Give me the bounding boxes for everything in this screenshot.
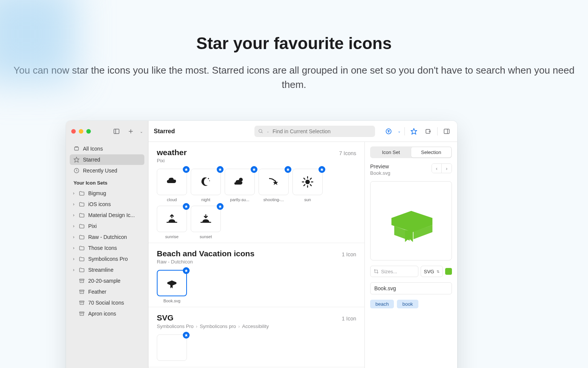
page-headline: Star your favourite icons <box>0 34 588 53</box>
sidebar-item-label: Material Design Ic... <box>88 212 141 218</box>
icon-card[interactable]: sunset <box>191 206 221 239</box>
preview-filename: Book.svg <box>370 170 390 176</box>
clock-icon <box>74 168 80 174</box>
svg-marker-6 <box>74 157 79 162</box>
sidebar-item-set[interactable]: Feather <box>70 286 144 297</box>
traffic-lights[interactable] <box>71 129 91 134</box>
breadcrumb-item[interactable]: Symbolicons pro <box>200 323 236 329</box>
export-button[interactable] <box>423 126 433 137</box>
svg-marker-33 <box>273 180 278 185</box>
sidebar-item-set[interactable]: iOS icons <box>70 199 144 209</box>
star-badge-icon[interactable] <box>183 267 190 274</box>
icon-label: night <box>191 197 221 202</box>
folder-icon <box>79 234 85 240</box>
star-badge-icon[interactable] <box>183 166 190 173</box>
sidebar-item-label: Recently Used <box>83 168 141 174</box>
icon-label: partly-su... <box>225 197 255 202</box>
search-input[interactable] <box>273 128 371 134</box>
star-badge-icon[interactable] <box>285 166 291 173</box>
chevron-down-icon[interactable]: ⌄ <box>398 129 401 133</box>
icon-card[interactable] <box>157 334 187 363</box>
svg-line-41 <box>310 185 311 186</box>
icon-card[interactable]: Book.svg <box>157 270 187 303</box>
svg-rect-0 <box>114 129 119 134</box>
toolbar-actions: ⌄ <box>383 126 452 137</box>
section-count: 7 Icons <box>339 150 356 156</box>
filename-input[interactable] <box>370 282 452 294</box>
sidebar-item-set[interactable]: Pixi <box>70 221 144 231</box>
star-badge-icon[interactable] <box>318 166 325 173</box>
section: weatherPixi7 Iconscloudnightpartly-su...… <box>149 142 364 243</box>
sizes-field[interactable]: Sizes... <box>370 266 418 277</box>
icon-thumbnail <box>259 169 289 195</box>
color-swatch[interactable] <box>445 268 452 275</box>
sidebar-item-set[interactable]: Apron icons <box>70 308 144 319</box>
icon-card[interactable]: sunrise <box>157 206 187 239</box>
sidebar-item-set[interactable]: 70 Social Icons <box>70 297 144 308</box>
filter-button[interactable] <box>383 126 394 137</box>
icon-card[interactable]: shooting-... <box>259 169 289 202</box>
breadcrumb-item[interactable]: Accessibility <box>242 323 269 329</box>
icon-card[interactable]: night <box>191 169 221 202</box>
folder-icon <box>79 190 85 196</box>
inspector-toggle-icon[interactable] <box>441 126 452 137</box>
sidebar-section-header: Your Icon Sets <box>70 176 144 188</box>
sidebar-toggle-icon[interactable] <box>111 126 122 137</box>
tab-icon-set[interactable]: Icon Set <box>371 147 411 157</box>
folder-icon <box>79 212 85 218</box>
star-badge-icon[interactable] <box>183 332 190 339</box>
inspector: Icon Set Selection Preview Book.svg ‹ › <box>365 142 457 368</box>
sidebar-item-starred[interactable]: Starred <box>70 154 144 165</box>
sidebar-item-set[interactable]: Bigmug <box>70 188 144 199</box>
sidebar-item-set[interactable]: Material Design Ic... <box>70 210 144 220</box>
chevron-right-icon <box>72 257 75 261</box>
chevron-right-icon <box>72 203 75 206</box>
sidebar-item-label: Bigmug <box>88 190 141 196</box>
sidebar-item-label: Feather <box>88 289 141 295</box>
sidebar-item-set[interactable]: Raw - Dutchicon <box>70 232 144 242</box>
prev-button[interactable]: ‹ <box>432 164 442 173</box>
minimize-icon[interactable] <box>79 129 83 134</box>
section-head: SVGSymbolicons Pro›Symbolicons pro›Acces… <box>157 313 356 329</box>
archive-icon <box>79 289 85 295</box>
icon-grid: cloudnightpartly-su...shooting-...sunsun… <box>157 169 356 239</box>
chevron-right-icon <box>72 225 75 228</box>
star-badge-icon[interactable] <box>217 203 224 210</box>
book-icon <box>383 196 439 245</box>
add-button[interactable] <box>126 126 136 137</box>
folder-icon <box>79 201 85 207</box>
icon-card[interactable]: sun <box>292 169 323 202</box>
tab-selection[interactable]: Selection <box>411 147 452 157</box>
section-count: 1 Icon <box>342 316 356 322</box>
svg-line-40 <box>304 178 305 179</box>
sidebar-item-set[interactable]: Symbolicons Pro <box>70 254 144 264</box>
breadcrumb-item[interactable]: Symbolicons Pro <box>157 323 194 329</box>
chevron-down-icon[interactable]: ⌄ <box>140 129 143 134</box>
star-badge-icon[interactable] <box>183 203 190 210</box>
sidebar-item-all-icons[interactable]: All Icons <box>70 143 144 154</box>
star-badge-icon[interactable] <box>251 166 257 173</box>
next-button[interactable]: › <box>442 164 452 173</box>
sidebar-item-set[interactable]: Those Icons <box>70 243 144 253</box>
format-select[interactable]: SVG ⇅ <box>421 266 443 277</box>
icon-thumbnail <box>157 169 187 195</box>
tag[interactable]: beach <box>370 300 394 308</box>
chevron-down-icon[interactable]: ⌄ <box>266 129 270 133</box>
preview-pager: ‹ › <box>432 163 452 173</box>
icon-card[interactable]: partly-su... <box>225 169 255 202</box>
zoom-icon[interactable] <box>86 129 91 134</box>
star-button[interactable] <box>409 126 419 137</box>
sidebar-item-recently-used[interactable]: Recently Used <box>70 165 144 176</box>
preview-canvas <box>370 181 452 260</box>
sidebar-item-set[interactable]: Streamline <box>70 265 144 275</box>
close-icon[interactable] <box>71 129 76 134</box>
search-field[interactable]: ⌄ <box>254 126 375 137</box>
sidebar-item-set[interactable]: 20-20-sample <box>70 276 144 286</box>
tag[interactable]: book <box>397 300 418 308</box>
section-title: SVG <box>157 313 269 322</box>
svg-line-42 <box>304 185 305 186</box>
sidebar-item-label: Starred <box>83 157 141 163</box>
icon-card[interactable]: cloud <box>157 169 187 202</box>
star-badge-icon[interactable] <box>217 166 224 173</box>
preview-label: Preview <box>370 163 390 169</box>
